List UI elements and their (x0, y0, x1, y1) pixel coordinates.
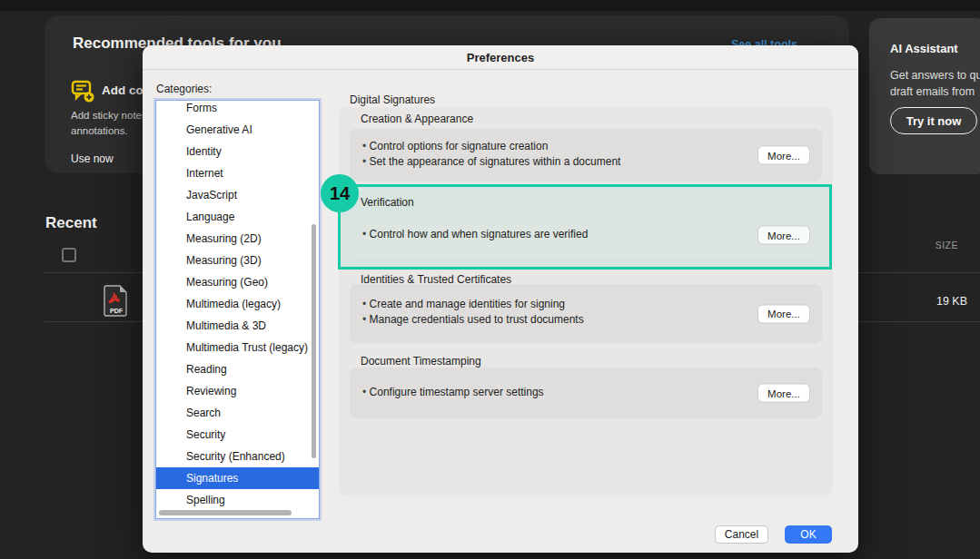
recent-section-title: Recent (45, 214, 97, 232)
bullet-text: Set the appearance of signatures within … (362, 154, 620, 170)
horizontal-scrollbar[interactable] (159, 510, 292, 515)
ai-assistant-panel: AI Assistant Get answers to qu draft ema… (869, 18, 980, 174)
category-item[interactable]: Internet (156, 162, 319, 184)
section-title-creation-appearance: Creation & Appearance (361, 113, 473, 125)
cancel-button[interactable]: Cancel (715, 525, 768, 544)
category-item[interactable]: JavaScript (156, 184, 319, 206)
category-item[interactable]: Security (156, 424, 319, 446)
file-size-value: 19 KB (895, 295, 967, 308)
category-item[interactable]: Reading (156, 358, 319, 380)
try-it-now-button[interactable]: Try it now (890, 107, 977, 134)
section-box-creation-appearance: Control options for signature creation S… (350, 129, 822, 181)
bullet-text: Create and manage identities for signing (362, 297, 584, 312)
preferences-dialog: Preferences Categories: FormsGenerative … (143, 45, 858, 553)
category-item[interactable]: Reviewing (156, 380, 319, 402)
category-item[interactable]: Search (156, 402, 319, 424)
dialog-title: Preferences (467, 51, 534, 64)
add-comments-icon (71, 79, 95, 103)
category-item[interactable]: Spelling (156, 489, 319, 511)
category-item[interactable]: Multimedia (legacy) (156, 293, 319, 315)
category-item[interactable]: Multimedia Trust (legacy) (156, 337, 319, 358)
size-column-header: SIZE (895, 240, 958, 250)
bullet-text: Manage credentials used to trust documen… (362, 312, 584, 328)
top-bar (0, 0, 980, 11)
categories-label: Categories: (156, 83, 212, 95)
category-item[interactable]: Security (Enhanced) (156, 446, 319, 467)
category-item[interactable]: Multimedia & 3D (156, 315, 319, 337)
verification-highlight-box: Verification Control how and when signat… (338, 184, 832, 270)
pdf-file-icon: PDF (103, 284, 130, 318)
select-all-checkbox[interactable] (62, 248, 76, 262)
use-now-link[interactable]: Use now (71, 152, 114, 165)
ai-assistant-desc-line1: Get answers to qu (890, 69, 980, 82)
dialog-titlebar: Preferences (143, 45, 858, 70)
pdf-label: PDF (110, 308, 124, 314)
more-button-identities-certificates[interactable]: More... (757, 304, 810, 323)
ok-button[interactable]: OK (785, 525, 832, 544)
more-button-document-timestamping[interactable]: More... (757, 384, 810, 403)
bullet-text: Control options for signature creation (362, 139, 620, 154)
tool-description-line2: annotations. (71, 125, 128, 136)
category-item[interactable]: Identity (156, 141, 319, 162)
vertical-scrollbar[interactable] (312, 224, 316, 458)
category-item[interactable]: Measuring (Geo) (156, 271, 319, 293)
bullet-text: Configure timestamp server settings (362, 385, 544, 400)
categories-listbox: FormsGenerative AIIdentityInternetJavaSc… (155, 100, 320, 519)
category-item[interactable]: Forms (156, 100, 319, 119)
category-item[interactable]: Generative AI (156, 119, 319, 141)
section-box-document-timestamping: Configure timestamp server settings More… (350, 368, 822, 418)
digital-signatures-panel: Creation & Appearance Control options fo… (339, 107, 833, 496)
category-item[interactable]: Measuring (2D) (156, 228, 319, 250)
category-item[interactable]: Measuring (3D) (156, 250, 319, 271)
section-box-verification: Control how and when signatures are veri… (350, 212, 822, 258)
section-title-verification: Verification (361, 196, 414, 209)
more-button-creation-appearance[interactable]: More... (757, 146, 810, 165)
section-box-identities-certificates: Create and manage identities for signing… (350, 284, 822, 343)
bullet-text: Control how and when signatures are veri… (362, 227, 588, 242)
panel-title: Digital Signatures (350, 93, 435, 106)
step-annotation-badge: 14 (321, 174, 359, 212)
section-title-document-timestamping: Document Timestamping (361, 355, 481, 368)
ai-assistant-desc-line2: draft emails from (890, 85, 975, 98)
category-item[interactable]: Signatures (156, 467, 319, 489)
category-item[interactable]: Language (156, 206, 319, 228)
ai-assistant-title: AI Assistant (890, 42, 958, 55)
more-button-verification[interactable]: More... (757, 226, 810, 245)
categories-list: FormsGenerative AIIdentityInternetJavaSc… (156, 100, 319, 511)
